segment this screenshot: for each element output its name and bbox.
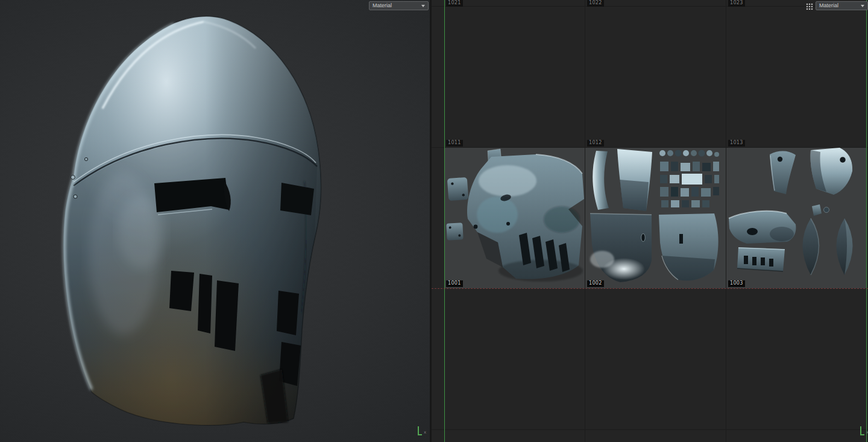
uv-2d-viewport[interactable]: 1021 1022 1023 1011 1012 1013 1001 1002 … [432, 0, 868, 442]
v-zero-axis-line [432, 288, 868, 289]
udim-grid-hline [432, 147, 868, 148]
udim-tile-label: 1001 [446, 280, 463, 287]
u-axis-line [866, 0, 867, 442]
chevron-down-icon [861, 5, 864, 7]
uv-tile-1002-content [590, 149, 719, 285]
3d-viewport[interactable]: Material x [0, 0, 430, 442]
axis-y-green [860, 426, 861, 434]
material-dropdown-2d[interactable]: Material [816, 1, 868, 10]
texture-painting-workspace: Material x [0, 0, 868, 442]
udim-grid-icon [805, 2, 814, 11]
u-axis-line [444, 0, 445, 442]
axis-gizmo-3d: x [414, 425, 429, 439]
udim-tile-label: 1021 [446, 0, 463, 7]
udim-tile-label: 1022 [587, 0, 604, 7]
udim-grid-hline [432, 6, 868, 7]
material-dropdown-label: Material [819, 2, 838, 10]
helmet-3d-render [0, 0, 430, 442]
axis-x-label: x [424, 430, 426, 435]
material-dropdown-3d[interactable]: Material [369, 1, 429, 10]
chevron-down-icon [421, 5, 425, 7]
udim-tile-label: 1013 [728, 140, 745, 147]
axis-foot [860, 434, 864, 435]
udim-grid-vline [585, 0, 585, 442]
axis-y-green [418, 426, 419, 434]
uv-tile-1003-content [729, 148, 853, 275]
udim-tile-label: 1012 [587, 140, 604, 147]
udim-grid-hline [432, 429, 868, 430]
udim-tile-label: 1003 [728, 280, 745, 287]
udim-grid-vline [726, 0, 726, 442]
uv-small-parts-cluster [659, 150, 719, 208]
udim-texture-strip [444, 147, 866, 288]
udim-tile-label: 1023 [728, 0, 745, 7]
uv-tile-1001-content [446, 149, 584, 282]
udim-tile-label: 1011 [446, 140, 463, 147]
udim-tile-label: 1002 [587, 280, 604, 287]
udim-grid-toggle-button[interactable] [805, 2, 814, 11]
axis-foot [418, 434, 422, 435]
uv-islands-texture [444, 147, 866, 288]
material-dropdown-label: Material [373, 2, 392, 10]
axis-gizmo-2d: x [857, 425, 868, 439]
